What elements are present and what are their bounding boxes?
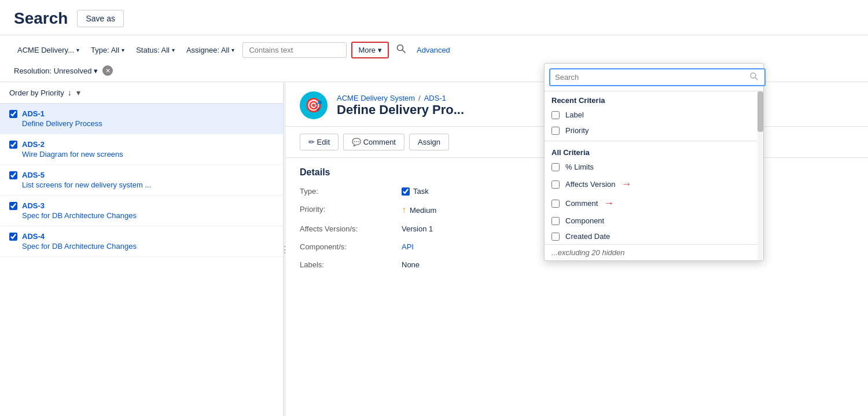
dropdown-item-affects-version[interactable]: Affects Version → (545, 175, 763, 194)
page: Search Save as ACME Delivery... ▾ Type: … (0, 0, 868, 416)
edit-button[interactable]: ✏ Edit (300, 134, 339, 150)
pct-limits-checkbox[interactable] (551, 163, 560, 171)
list-item[interactable]: ADS-3 Spec for DB Architecture Changes (0, 196, 283, 226)
dropdown-item-created-date[interactable]: Created Date (545, 229, 763, 244)
chevron-down-icon: ▾ (76, 47, 79, 53)
clear-resolution-button[interactable]: ✕ (102, 65, 113, 76)
issue-title: List screens for new delivery system ... (9, 181, 274, 189)
resolution-filter-button[interactable]: Resolution: Unresolved ▾ (14, 67, 98, 75)
chevron-down-icon: ▾ (172, 47, 175, 53)
issue-title: Spec for DB Architecture Changes (9, 242, 274, 251)
issue-checkbox[interactable] (9, 171, 17, 179)
created-date-label: Created Date (565, 232, 610, 241)
issue-id[interactable]: ADS-3 (22, 201, 45, 210)
assignee-filter-button[interactable]: Assignee: All ▾ (183, 43, 238, 57)
scrollbar-thumb[interactable] (757, 91, 763, 132)
avatar: 🎯 (300, 91, 328, 119)
svg-line-3 (755, 78, 757, 80)
all-criteria-title: All Criteria (545, 143, 763, 159)
dropdown-item-label[interactable]: Label (545, 107, 763, 123)
breadcrumb-project-link[interactable]: ACME Delivery System (337, 94, 415, 102)
labels-label: Labels: (300, 258, 392, 271)
issue-checkbox[interactable] (9, 233, 17, 241)
type-label: Type: (300, 185, 392, 198)
component-label: Component (565, 216, 604, 225)
type-text: Task (413, 187, 429, 196)
scrollbar-track (757, 91, 763, 260)
issue-id[interactable]: ADS-1 (22, 109, 45, 118)
component-link[interactable]: API (402, 242, 414, 251)
dropdown-content: Recent Criteria Label Priority All Crite… (545, 91, 763, 260)
chevron-down-icon: ▾ (378, 46, 382, 54)
comment-checkbox[interactable] (551, 200, 560, 208)
issue-main-title: Define Delivery Pro... (337, 102, 464, 117)
order-dropdown-button[interactable]: ▾ (76, 88, 80, 97)
dropdown-item-priority[interactable]: Priority (545, 123, 763, 138)
affects-version-checkbox[interactable] (551, 181, 560, 189)
search-icon (749, 72, 759, 83)
component-checkbox[interactable] (551, 217, 560, 225)
save-as-button[interactable]: Save as (77, 10, 124, 27)
list-item[interactable]: ADS-1 Define Delivery Process (0, 104, 283, 134)
task-checkbox[interactable] (402, 187, 410, 196)
order-label: Order by Priority ↓ (9, 88, 72, 97)
order-bar: Order by Priority ↓ ▾ (0, 82, 283, 104)
status-filter-button[interactable]: Status: All ▾ (133, 43, 178, 57)
issue-id[interactable]: ADS-4 (22, 232, 45, 241)
affects-version-label: Affects Version/s: (300, 222, 392, 235)
advanced-button[interactable]: Advanced (413, 43, 454, 57)
issue-checkbox[interactable] (9, 202, 17, 210)
label-checkbox-label: Label (565, 111, 584, 119)
affects-version-text: Version 1 (402, 224, 433, 233)
issue-checkbox[interactable] (9, 110, 17, 118)
comment-button[interactable]: 💬 Comment (343, 134, 404, 150)
issue-title: Define Delivery Process (9, 119, 274, 128)
project-filter-button[interactable]: ACME Delivery... ▾ (14, 43, 83, 57)
breadcrumb-separator: / (418, 94, 421, 102)
priority-label: Priority: (300, 203, 392, 218)
issue-id[interactable]: ADS-5 (22, 171, 45, 179)
assign-button[interactable]: Assign (409, 134, 449, 150)
list-item[interactable]: ADS-4 Spec for DB Architecture Changes (0, 226, 283, 257)
more-button[interactable]: More ▾ (351, 42, 389, 58)
chevron-down-icon: ▾ (94, 67, 98, 75)
list-item[interactable]: ADS-5 List screens for new delivery syst… (0, 165, 283, 196)
dropdown-item-pct-limits[interactable]: % Limits (545, 159, 763, 175)
type-filter-button[interactable]: Type: All ▾ (87, 43, 128, 57)
page-title: Search (14, 9, 68, 28)
dropdown-footer: ...excluding 20 hidden (545, 244, 763, 260)
label-checkbox[interactable] (551, 111, 560, 119)
issue-list: ADS-1 Define Delivery Process ADS-2 Wire… (0, 104, 283, 257)
list-item[interactable]: ADS-2 Wire Diagram for new screens (0, 134, 283, 165)
arrow-right-icon: → (621, 178, 631, 190)
dropdown-divider (545, 141, 763, 141)
sort-down-icon: ↓ (68, 88, 72, 97)
dropdown-search-input[interactable] (549, 68, 766, 86)
avatar-icon: 🎯 (305, 97, 322, 113)
svg-line-1 (403, 50, 406, 53)
pct-limits-label: % Limits (565, 163, 594, 171)
search-icon (396, 43, 406, 54)
dropdown-item-comment[interactable]: Comment → (545, 194, 763, 213)
filter-bar: ACME Delivery... ▾ Type: All ▾ Status: A… (0, 35, 868, 82)
labels-text: None (402, 260, 420, 269)
issue-id[interactable]: ADS-2 (22, 140, 45, 149)
breadcrumb: ACME Delivery System / ADS-1 (337, 94, 464, 102)
page-header: Search Save as (0, 0, 868, 35)
priority-checkbox[interactable] (551, 127, 560, 135)
dropdown-item-component[interactable]: Component (545, 213, 763, 229)
priority-checkbox-label: Priority (565, 126, 589, 135)
panel-divider[interactable] (284, 82, 286, 416)
search-icon-button[interactable] (393, 41, 409, 58)
priority-up-icon: ↑ (402, 205, 406, 215)
left-panel: Order by Priority ↓ ▾ ADS-1 Define Deliv… (0, 82, 284, 416)
contains-text-input[interactable] (242, 42, 347, 58)
breadcrumb-id-link[interactable]: ADS-1 (424, 94, 446, 102)
comment-checkbox-label: Comment (565, 199, 598, 208)
chevron-down-icon: ▾ (231, 47, 234, 53)
arrow-right-icon: → (604, 197, 614, 209)
component-label: Component/s: (300, 240, 392, 253)
created-date-checkbox[interactable] (551, 233, 560, 241)
priority-text: Medium (410, 206, 436, 215)
issue-checkbox[interactable] (9, 141, 17, 149)
